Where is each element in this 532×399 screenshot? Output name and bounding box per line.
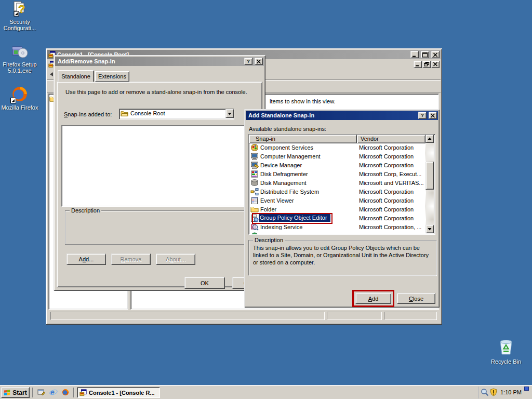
snapin-row[interactable]: Disk Management Microsoft and VERITAS... [249, 179, 425, 188]
installer-icon [11, 43, 29, 60]
snapin-row[interactable]: Component Services Microsoft Corporation [249, 143, 425, 152]
security-alert-shield-icon[interactable] [489, 388, 498, 396]
device-manager-icon [250, 161, 259, 169]
snapin-row[interactable]: Disk Defragmenter Microsoft Corp, Execut… [249, 170, 425, 179]
desktop-icon-label: Firefox Setup5.0.1.exe [0, 61, 39, 74]
standalone-tab-page: Use this page to add or remove a stand-a… [57, 82, 262, 287]
tray-app-icon[interactable] [524, 387, 529, 391]
scroll-thumb[interactable] [425, 162, 434, 190]
column-header-vendor[interactable]: Vendor [357, 135, 425, 143]
svg-text:?: ? [18, 3, 25, 16]
tab-extensions[interactable]: Extensions [95, 71, 129, 82]
taskbar-separator [73, 388, 74, 397]
add-remove-snapin-dialog: Add/Remove Snap-in ? Standalone Extensio… [54, 55, 265, 291]
add-standalone-snapin-dialog: Add Standalone Snap-in ? Available stand… [244, 109, 440, 308]
desktop-icon-label: Mozilla Firefox [0, 104, 39, 111]
close-button[interactable] [429, 112, 437, 119]
disk-defragmenter-icon [250, 170, 259, 178]
child-minimize-button[interactable] [414, 61, 422, 68]
indexing-service-icon [250, 223, 259, 231]
console-statusbar [47, 311, 441, 321]
desktop-icon-label: SecurityConfigurati... [0, 19, 39, 31]
snapins-added-to-combo[interactable]: Console Root [119, 109, 234, 119]
desktop: ? SecurityConfigurati... Firefox Setup5.… [0, 0, 532, 399]
system-tray: 1:10 PM [478, 387, 532, 398]
child-restore-button[interactable] [422, 61, 431, 68]
instruction-text: Use this page to add or remove a stand-a… [65, 89, 247, 95]
snapin-row[interactable]: Device Manager Microsoft Corporation [249, 161, 425, 170]
scroll-up-button[interactable] [425, 135, 434, 143]
taskbar-clock[interactable]: 1:10 PM [500, 389, 522, 395]
add-remove-titlebar[interactable]: Add/Remove Snap-in ? [55, 57, 264, 66]
component-services-icon [250, 143, 259, 152]
taskbar-task-console1[interactable]: Console1 - [Console R... [77, 387, 160, 398]
tab-standalone[interactable]: Standalone [58, 70, 94, 82]
column-header-snapin[interactable]: Snap-in [249, 135, 357, 143]
security-config-icon: ? [11, 0, 29, 18]
open-folder-icon [121, 110, 128, 117]
magnifier-tray-icon[interactable] [481, 388, 489, 396]
windows-logo-icon [4, 389, 11, 396]
snapin-row[interactable]: Indexing Service Microsoft Corporation, … [249, 223, 425, 232]
scroll-down-button[interactable] [425, 225, 434, 233]
add-ellipsis-button[interactable]: Add... [66, 254, 106, 265]
svg-text:e: e [50, 388, 55, 396]
internet-explorer-icon[interactable]: e [49, 388, 58, 396]
description-label: Description [253, 237, 285, 243]
description-groupbox: Description This snap-in allows you to e… [248, 240, 436, 275]
snapin-row[interactable]: Computer Management Microsoft Corporatio… [249, 152, 425, 161]
folder-icon [250, 205, 259, 214]
disk-management-icon [250, 179, 259, 187]
desktop-icon-firefox-setup[interactable]: Firefox Setup5.0.1.exe [0, 43, 39, 74]
combo-dropdown-button[interactable] [225, 109, 234, 118]
firefox-quicklaunch-icon[interactable] [61, 388, 70, 396]
ok-button[interactable]: OK [184, 277, 225, 289]
close-button[interactable]: Close [397, 293, 435, 304]
list-scrollbar[interactable] [425, 135, 434, 233]
desktop-icon-recycle-bin[interactable]: Recycle Bin [486, 338, 526, 365]
start-button[interactable]: Start [1, 387, 30, 398]
shortcut-arrow-icon [10, 98, 16, 103]
snapin-row[interactable]: Distributed File System Microsoft Corpor… [249, 188, 425, 196]
taskbar: Start e Console1 - [Console R... [0, 385, 532, 399]
description-text: This snap-in allows you to edit Group Po… [249, 241, 436, 266]
snapin-row[interactable]: Event Viewer Microsoft Corporation [249, 196, 425, 205]
added-to-label: Snap-ins added to: [64, 111, 112, 117]
dialog-title: Add/Remove Snap-in [56, 58, 242, 64]
add-standalone-titlebar[interactable]: Add Standalone Snap-in ? [246, 111, 438, 120]
empty-view-text: items to show in this view. [270, 98, 336, 104]
show-desktop-icon[interactable] [37, 388, 45, 396]
taskbar-separator [32, 388, 33, 397]
event-viewer-icon [250, 196, 259, 205]
dialog-title: Add Standalone Snap-in [247, 112, 416, 118]
help-button[interactable]: ? [244, 58, 252, 65]
annotation-box-group-policy [252, 213, 332, 224]
mmc-icon [79, 389, 87, 396]
close-button[interactable] [431, 51, 440, 58]
firefox-icon [10, 85, 29, 103]
description-groupbox: Description [65, 210, 260, 245]
distributed-file-system-icon [250, 188, 259, 196]
added-snapins-listbox[interactable] [61, 125, 259, 207]
computer-management-icon [250, 152, 259, 161]
partial-row-icon [250, 232, 259, 235]
recycle-bin-icon [497, 338, 515, 357]
close-button[interactable] [255, 58, 263, 65]
desktop-icon-label: Recycle Bin [486, 358, 526, 365]
desktop-icon-mozilla-firefox[interactable]: Mozilla Firefox [0, 85, 39, 111]
help-button[interactable]: ? [418, 112, 427, 119]
remove-button[interactable]: Remove [111, 254, 151, 265]
available-snapins-label: Available standalone snap-ins: [249, 126, 326, 132]
about-button[interactable]: About... [156, 254, 195, 265]
combo-value: Console Root [130, 110, 165, 116]
snapin-row-partial[interactable] [249, 232, 425, 235]
desktop-icon-security-config[interactable]: ? SecurityConfigurati... [0, 0, 39, 31]
minimize-button[interactable] [410, 51, 419, 58]
maximize-button[interactable] [421, 51, 429, 58]
add-button[interactable]: Add [355, 293, 391, 304]
child-close-button[interactable] [431, 61, 440, 68]
description-label: Description [70, 207, 101, 214]
